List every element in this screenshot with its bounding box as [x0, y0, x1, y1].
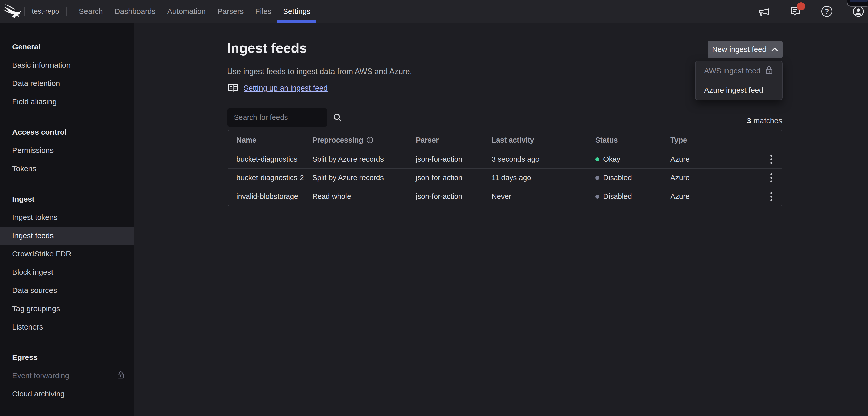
cell-last-activity: 11 days ago [492, 173, 595, 182]
sidebar-item-event-forwarding-label: Event forwarding [12, 371, 69, 380]
nav-tab-search[interactable]: Search [79, 0, 103, 23]
feed-search-input[interactable] [227, 108, 333, 127]
open-book-icon [228, 84, 239, 93]
new-ingest-feed-button[interactable]: New ingest feed [708, 40, 782, 58]
sidebar-item-block-ingest[interactable]: Block ingest [0, 263, 134, 281]
page-title: Ingest feeds [227, 40, 307, 56]
status-label: Disabled [603, 192, 632, 201]
main-menu: Search Dashboards Automation Parsers Fil… [79, 0, 311, 23]
sidebar-item-field-aliasing[interactable]: Field aliasing [0, 93, 134, 111]
crowdstrike-falcon-logo-icon[interactable] [0, 0, 24, 23]
feed-search-box [227, 108, 327, 127]
cell-type: Azure [671, 155, 760, 163]
sidebar-item-tag-groupings[interactable]: Tag groupings [0, 299, 134, 318]
column-header-last-activity: Last activity [492, 136, 595, 144]
table-row[interactable]: bucket-diagnostics Split by Azure record… [228, 150, 782, 169]
sidebar-item-crowdstrike-fdr[interactable]: CrowdStrike FDR [0, 245, 134, 263]
column-header-type: Type [671, 136, 760, 144]
sidebar-item-basic-information[interactable]: Basic information [0, 56, 134, 74]
cell-type: Azure [671, 192, 760, 201]
cell-preprocessing: Split by Azure records [312, 173, 416, 182]
cell-preprocessing: Read whole [312, 192, 416, 201]
info-icon[interactable] [366, 136, 373, 143]
sidebar-item-cloud-archiving[interactable]: Cloud archiving [0, 385, 134, 403]
lock-icon [765, 65, 773, 76]
sidebar-section-access-control: Access control Permissions Tokens [0, 123, 134, 178]
nav-tab-settings-label: Settings [283, 7, 310, 16]
lock-icon [117, 370, 125, 381]
search-icon [333, 113, 342, 122]
status-dot [595, 176, 599, 180]
sidebar-header-general: General [0, 38, 134, 56]
cell-parser: json-for-action [416, 173, 492, 182]
cell-status: Disabled [595, 192, 671, 201]
sidebar-section-general: General Basic information Data retention… [0, 38, 134, 111]
cell-name: bucket-diagnostics [237, 155, 312, 163]
table-header-row: Name Preprocessing Parser Last activity … [228, 130, 782, 150]
matches-label: matches [753, 117, 782, 125]
cell-parser: json-for-action [416, 192, 492, 201]
messages-button[interactable] [789, 5, 802, 18]
cell-name: bucket-diagnostics-2 [237, 173, 312, 182]
active-tab-indicator [278, 20, 316, 23]
table-row[interactable]: invalid-blobstorage Read whole json-for-… [228, 187, 782, 206]
dropdown-item-aws-ingest-feed: AWS ingest feed [695, 61, 782, 81]
sidebar-section-ingest: Ingest Ingest tokens Ingest feeds CrowdS… [0, 190, 134, 336]
app-root: test-repo Search Dashboards Automation P… [0, 0, 868, 416]
account-button[interactable] [852, 5, 864, 18]
sidebar-section-egress: Egress Event forwarding Cloud archiving [0, 348, 134, 403]
cell-status: Disabled [595, 173, 671, 182]
announcements-button[interactable] [758, 5, 770, 18]
settings-sidebar: General Basic information Data retention… [0, 23, 134, 416]
avatar-icon [852, 5, 864, 18]
dropdown-item-azure-ingest-feed[interactable]: Azure ingest feed [695, 81, 782, 100]
column-header-status: Status [595, 136, 671, 144]
nav-divider [66, 7, 67, 16]
column-header-parser: Parser [416, 136, 492, 144]
column-header-preprocessing: Preprocessing [312, 136, 416, 144]
browser-overlay-pill [847, 0, 868, 7]
sidebar-item-ingest-feeds[interactable]: Ingest feeds [0, 226, 134, 245]
column-header-name: Name [237, 136, 312, 144]
cell-last-activity: Never [492, 192, 595, 201]
new-ingest-feed-button-label: New ingest feed [712, 45, 767, 54]
cell-type: Azure [671, 173, 760, 182]
row-actions-kebab-icon[interactable] [768, 153, 775, 166]
status-dot [595, 195, 599, 199]
cell-last-activity: 3 seconds ago [492, 155, 595, 163]
sidebar-header-egress: Egress [0, 348, 134, 366]
repo-name[interactable]: test-repo [32, 8, 59, 15]
new-ingest-feed-dropdown: AWS ingest feed Azure ingest feed [695, 61, 782, 100]
nav-tab-settings[interactable]: Settings [283, 0, 310, 23]
sidebar-item-data-sources[interactable]: Data sources [0, 281, 134, 299]
sidebar-item-event-forwarding: Event forwarding [0, 366, 134, 385]
cell-parser: json-for-action [416, 155, 492, 163]
nav-tab-parsers[interactable]: Parsers [217, 0, 244, 23]
chevron-up-icon [771, 47, 778, 52]
sidebar-item-permissions[interactable]: Permissions [0, 141, 134, 160]
ingest-feeds-table: Name Preprocessing Parser Last activity … [228, 130, 782, 206]
nav-tab-automation[interactable]: Automation [167, 0, 206, 23]
row-actions-kebab-icon[interactable] [768, 171, 775, 185]
cell-name: invalid-blobstorage [237, 192, 312, 201]
sidebar-item-listeners[interactable]: Listeners [0, 318, 134, 336]
table-row[interactable]: bucket-diagnostics-2 Split by Azure reco… [228, 169, 782, 187]
topbar-icons: ? [758, 5, 868, 18]
cell-preprocessing: Split by Azure records [312, 155, 416, 163]
row-actions-kebab-icon[interactable] [768, 190, 775, 203]
nav-tab-files[interactable]: Files [255, 0, 271, 23]
sidebar-item-ingest-tokens[interactable]: Ingest tokens [0, 208, 134, 226]
setup-ingest-feed-link[interactable]: Setting up an ingest feed [244, 84, 328, 92]
question-mark-icon: ? [821, 6, 833, 17]
sidebar-header-ingest: Ingest [0, 190, 134, 208]
matches-count: 3matches [747, 116, 782, 126]
matches-number: 3 [747, 117, 751, 125]
cell-status: Okay [595, 155, 671, 163]
nav-divider [24, 7, 25, 16]
sidebar-item-data-retention[interactable]: Data retention [0, 74, 134, 93]
top-navigation: test-repo Search Dashboards Automation P… [0, 0, 868, 23]
megaphone-icon [758, 6, 770, 17]
nav-tab-dashboards[interactable]: Dashboards [115, 0, 156, 23]
help-button[interactable]: ? [821, 5, 833, 18]
sidebar-item-tokens[interactable]: Tokens [0, 160, 134, 178]
